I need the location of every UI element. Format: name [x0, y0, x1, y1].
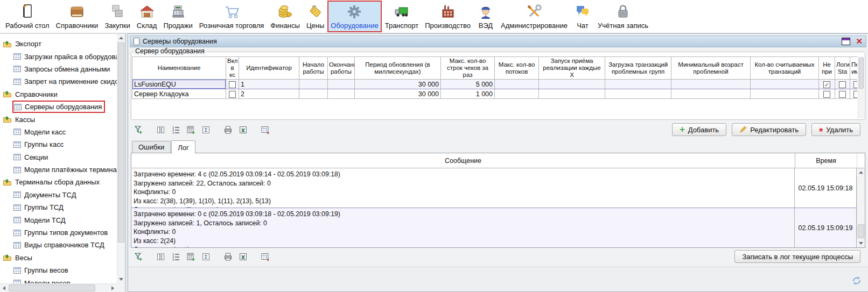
toolbar-item-warehouse[interactable]: Склад [134, 1, 160, 32]
cell-update-period[interactable]: 30 000 [355, 80, 441, 89]
checkbox[interactable] [839, 91, 846, 98]
tree-group-cash-registers[interactable]: Кассы [0, 113, 117, 125]
cell-work-end[interactable] [328, 80, 355, 89]
log-row[interactable]: Затрачено времени: 4 с (02.05.2019 03:09… [131, 168, 857, 208]
column-header-read-transactions[interactable]: Кол-во считываемых транзакций [751, 57, 819, 80]
column-header-flag3[interactable]: Пере име [850, 57, 858, 80]
table-row-server-kladouka[interactable]: Сервер Кладоука 2 30 000 1 000 [132, 89, 858, 99]
column-settings-icon[interactable] [155, 251, 166, 262]
grid-reset-icon[interactable]: x [260, 124, 271, 136]
table-vertical-scrollbar[interactable] [858, 56, 864, 118]
tree-item-exchange-requests[interactable]: Запросы обмена данными [0, 63, 117, 75]
cell-flag2[interactable] [835, 80, 850, 89]
toolbar-item-transport[interactable]: Транспорт [382, 1, 422, 32]
cell-enabled[interactable] [226, 80, 239, 89]
scroll-right-arrow[interactable] [109, 284, 117, 292]
scrollbar-thumb[interactable] [859, 58, 864, 89]
print-icon[interactable] [222, 251, 234, 262]
toolbar-item-prices[interactable]: Цены [303, 1, 327, 32]
log-message-cell[interactable]: Затрачено времени: 0 с (02.05.2019 03:09… [131, 208, 795, 248]
column-header-sales-run[interactable]: Запуск приёма реализации каждые X [539, 57, 605, 80]
column-header-name[interactable]: Наименование [132, 57, 226, 80]
toolbar-item-production[interactable]: Производство [422, 1, 474, 32]
cell-flag2[interactable] [835, 89, 850, 99]
cell-max-threads[interactable] [495, 89, 539, 99]
column-header-flag1[interactable]: Не при [819, 57, 835, 80]
log-message-cell[interactable]: Затрачено времени: 4 с (02.05.2019 03:09… [131, 168, 795, 208]
checkbox-checked[interactable] [823, 81, 830, 88]
scrollbar-thumb[interactable] [9, 284, 95, 291]
checkbox[interactable] [229, 81, 236, 88]
tree-item-doc-type-groups[interactable]: Группы типов документов [0, 226, 117, 239]
column-header-time[interactable]: Время [795, 153, 857, 168]
cell-max-receipt-rows[interactable]: 1 000 [441, 89, 495, 99]
scroll-up-arrow[interactable] [857, 168, 865, 176]
cell-update-period[interactable]: 30 000 [355, 89, 441, 99]
excel-export-icon[interactable]: X [237, 124, 249, 136]
row-numbering-icon[interactable]: 123 [170, 124, 181, 136]
cell-max-threads[interactable] [495, 80, 539, 89]
column-header-identifier[interactable]: Идентификатор [239, 57, 299, 80]
scroll-down-arrow[interactable] [117, 275, 125, 283]
filter-add-icon[interactable] [133, 124, 144, 136]
cell-min-problem-age[interactable] [671, 80, 751, 89]
cell-problem-groups[interactable] [605, 89, 671, 99]
tree-item-cash-groups[interactable]: Группы касс [0, 138, 117, 151]
log-time-cell[interactable]: 02.05.19 15:09:18 [795, 168, 857, 208]
tree-item-terminal-models[interactable]: Модели платёжных терминало [0, 163, 117, 176]
cell-read-transactions[interactable] [751, 89, 819, 99]
calculator-add-icon[interactable] [185, 124, 197, 136]
row-numbering-icon[interactable]: 123 [170, 251, 181, 262]
sum-icon[interactable]: Σ [200, 124, 212, 136]
tab-errors[interactable]: Ошибки [132, 141, 171, 153]
cell-name[interactable]: LsFusionEQU [132, 80, 226, 89]
refresh-icon[interactable] [850, 274, 864, 288]
toolbar-item-sales[interactable]: Продажи [160, 1, 195, 32]
table-row-lsfusionequ[interactable]: LsFusionEQU 1 30 000 5 000 [132, 80, 858, 89]
delete-button[interactable]: *Удалить [811, 123, 860, 136]
column-header-min-problem-age[interactable]: Минимальный возраст проблемной [671, 57, 751, 80]
tree-item-tsd-ref-types[interactable]: Виды справочников ТСД [0, 239, 117, 251]
write-log-button[interactable]: Записать в лог текущие процессы [734, 250, 860, 263]
edit-button[interactable]: Редактировать [732, 123, 806, 136]
checkbox[interactable] [229, 91, 236, 98]
toolbar-item-purchases[interactable]: Закупки [101, 1, 133, 32]
column-header-max-threads[interactable]: Макс. кол-во потоков [495, 57, 539, 80]
sidebar-horizontal-scrollbar[interactable] [0, 283, 117, 292]
cell-min-problem-age[interactable] [671, 89, 751, 99]
toolbar-item-finance[interactable]: Финансы [267, 1, 303, 32]
column-header-enabled[interactable]: Вкл в кс [226, 57, 239, 80]
add-button[interactable]: +Добавить [672, 123, 726, 136]
cell-sales-run[interactable] [539, 80, 605, 89]
column-header-flag2[interactable]: Логи Sta [835, 57, 850, 80]
column-settings-icon[interactable] [155, 124, 166, 136]
print-icon[interactable] [222, 124, 234, 136]
tree-group-scales[interactable]: Весы [0, 252, 117, 264]
grid-reset-icon[interactable]: x [260, 251, 271, 262]
toolbar-item-account[interactable]: Учётная запись [594, 1, 652, 32]
tree-item-equipment-servers[interactable]: Серверы оборудования [0, 101, 117, 113]
toolbar-item-equipment[interactable]: Оборудование [327, 1, 381, 32]
toolbar-item-references[interactable]: Справочники [53, 1, 102, 32]
column-header-problem-groups[interactable]: Загрузка транзакций проблемных групп [605, 57, 671, 80]
cell-max-receipt-rows[interactable]: 5 000 [441, 80, 495, 89]
tree-item-tsd-groups[interactable]: Группы ТСД [0, 201, 117, 213]
cell-sales-run[interactable] [539, 89, 605, 99]
tree-item-sections[interactable]: Секции [0, 151, 117, 163]
tree-item-tsd-models[interactable]: Модели ТСД [0, 213, 117, 226]
scroll-up-arrow[interactable] [117, 34, 125, 42]
log-row[interactable]: Затрачено времени: 0 с (02.05.2019 03:09… [131, 208, 857, 248]
cell-read-transactions[interactable] [751, 80, 819, 89]
cell-flag1[interactable] [819, 80, 835, 89]
log-time-cell[interactable]: 02.05.19 15:09:19 [795, 208, 857, 248]
cell-problem-groups[interactable] [605, 80, 671, 89]
sum-icon[interactable]: Σ [200, 251, 212, 262]
cell-name[interactable]: Сервер Кладоука [132, 89, 226, 99]
close-icon[interactable]: ✕ [856, 38, 863, 45]
tree-item-cash-models[interactable]: Модели касс [0, 126, 117, 138]
cell-flag3[interactable] [850, 89, 858, 99]
tree-group-data-terminals[interactable]: Терминалы сбора данных [0, 176, 117, 188]
cell-work-start[interactable] [299, 89, 328, 99]
cell-flag1[interactable] [819, 89, 835, 99]
toolbar-item-administration[interactable]: Администрирование [498, 1, 571, 32]
